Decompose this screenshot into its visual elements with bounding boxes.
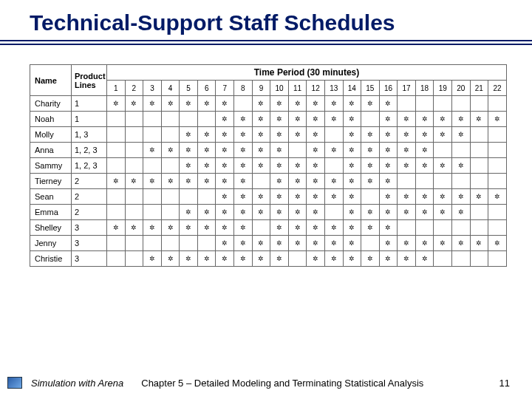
cell-slot: ✲ [398, 189, 416, 205]
cell-slot [451, 251, 470, 267]
cell-slot [415, 174, 434, 189]
cell-slot: ✲ [270, 96, 289, 112]
cell-slot: ✲ [415, 158, 434, 174]
cell-product-lines: 2 [72, 189, 107, 205]
header-period-19: 19 [434, 81, 452, 96]
cell-slot: ✲ [307, 220, 325, 236]
cell-name: Tierney [30, 174, 72, 189]
cell-slot: ✲ [216, 112, 234, 127]
cell-slot [434, 96, 452, 112]
cell-slot: ✲ [216, 236, 234, 251]
header-period-16: 16 [379, 81, 398, 96]
header-product-lines: Product Lines [72, 65, 107, 96]
cell-slot: ✲ [216, 127, 234, 143]
table-row: Anna1, 2, 3✲✲✲✲✲✲✲✲✲✲✲✲✲✲✲ [30, 143, 507, 158]
cell-slot: ✲ [434, 236, 452, 251]
cell-slot: ✲ [234, 189, 253, 205]
cell-slot: ✲ [434, 189, 452, 205]
cell-slot: ✲ [343, 96, 361, 112]
cell-slot: ✲ [161, 96, 180, 112]
cell-slot: ✲ [197, 220, 216, 236]
cell-slot: ✲ [415, 112, 434, 127]
header-period-22: 22 [488, 81, 507, 96]
cell-slot: ✲ [252, 189, 270, 205]
cell-slot [488, 174, 507, 189]
table-row: Noah1✲✲✲✲✲✲✲✲✲✲✲✲✲✲✲ [30, 112, 507, 127]
cell-slot: ✲ [343, 158, 361, 174]
cell-slot [398, 220, 416, 236]
cell-slot: ✲ [398, 112, 416, 127]
cell-slot: ✲ [470, 236, 488, 251]
cell-slot: ✲ [143, 96, 162, 112]
cell-slot [488, 205, 507, 220]
table-body: Charity1✲✲✲✲✲✲✲✲✲✲✲✲✲✲✲Noah1✲✲✲✲✲✲✲✲✲✲✲✲… [30, 96, 507, 267]
cell-slot: ✲ [252, 127, 270, 143]
cell-slot: ✲ [288, 220, 307, 236]
cell-slot: ✲ [107, 220, 126, 236]
cell-slot [252, 220, 270, 236]
cell-slot: ✲ [216, 174, 234, 189]
cell-slot: ✲ [288, 174, 307, 189]
cell-slot: ✲ [197, 251, 216, 267]
cell-slot: ✲ [197, 174, 216, 189]
cell-slot: ✲ [288, 112, 307, 127]
header-period-8: 8 [234, 81, 253, 96]
cell-slot: ✲ [180, 143, 198, 158]
cell-product-lines: 3 [72, 251, 107, 267]
cell-slot: ✲ [361, 127, 380, 143]
cell-slot [107, 251, 126, 267]
cell-slot: ✲ [379, 96, 398, 112]
cell-slot: ✲ [415, 236, 434, 251]
cell-slot: ✲ [451, 112, 470, 127]
cell-slot: ✲ [451, 127, 470, 143]
cell-product-lines: 2 [72, 174, 107, 189]
header-period-12: 12 [307, 81, 325, 96]
cell-slot: ✲ [343, 236, 361, 251]
cell-slot: ✲ [234, 251, 253, 267]
cell-slot: ✲ [307, 174, 325, 189]
cell-slot: ✲ [379, 158, 398, 174]
cell-slot [415, 220, 434, 236]
table-row: Shelley3✲✲✲✲✲✲✲✲✲✲✲✲✲✲✲ [30, 220, 507, 236]
cell-slot: ✲ [288, 96, 307, 112]
cell-slot: ✲ [197, 143, 216, 158]
cell-slot: ✲ [451, 189, 470, 205]
cell-slot: ✲ [361, 220, 380, 236]
cell-slot [361, 236, 380, 251]
cell-slot [125, 205, 143, 220]
cell-slot [143, 112, 162, 127]
cell-slot: ✲ [216, 158, 234, 174]
cell-name: Anna [30, 143, 72, 158]
cell-name: Shelley [30, 220, 72, 236]
cell-slot: ✲ [270, 174, 289, 189]
cell-slot: ✲ [361, 251, 380, 267]
cell-slot: ✲ [324, 251, 343, 267]
cell-slot: ✲ [270, 220, 289, 236]
cell-slot [143, 189, 162, 205]
slide-footer: Simulation with Arena Chapter 5 – Detail… [0, 377, 532, 389]
cell-slot [107, 112, 126, 127]
cell-slot [288, 251, 307, 267]
cell-product-lines: 3 [72, 236, 107, 251]
header-period-21: 21 [470, 81, 488, 96]
cell-slot: ✲ [470, 189, 488, 205]
cell-slot: ✲ [234, 220, 253, 236]
cell-slot [143, 158, 162, 174]
cell-slot [288, 143, 307, 158]
cell-slot: ✲ [270, 143, 289, 158]
cell-slot: ✲ [197, 205, 216, 220]
header-period-14: 14 [343, 81, 361, 96]
cell-slot [488, 158, 507, 174]
cell-slot: ✲ [398, 205, 416, 220]
cell-slot: ✲ [197, 127, 216, 143]
cell-slot [470, 251, 488, 267]
cell-slot: ✲ [216, 189, 234, 205]
cell-slot [252, 174, 270, 189]
cell-slot: ✲ [180, 174, 198, 189]
cell-slot [361, 112, 380, 127]
cell-slot: ✲ [125, 220, 143, 236]
cell-product-lines: 3 [72, 220, 107, 236]
table-row: Charity1✲✲✲✲✲✲✲✲✲✲✲✲✲✲✲ [30, 96, 507, 112]
cell-slot: ✲ [307, 251, 325, 267]
cell-slot [161, 205, 180, 220]
